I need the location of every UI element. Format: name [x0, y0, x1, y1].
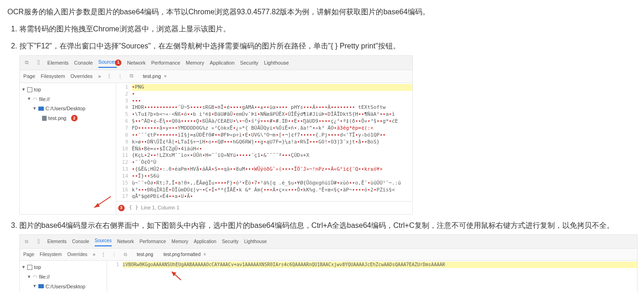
tab-memory[interactable]: Memory [186, 59, 205, 67]
cloud-icon: ◠ [33, 95, 37, 104]
folder-icon [38, 284, 44, 288]
subtab-overrides[interactable]: Overrides [67, 250, 87, 258]
tab-memory[interactable]: Memory [172, 238, 188, 245]
code-line: ••Ï}••S6ü [132, 173, 412, 180]
code-line: •\Tu‡?þ×b<~«·<Ñß•ó••b i²®‡•ĐäU#âÜ•emÙv¨Þ… [132, 111, 412, 118]
file-icon: ⧉ [122, 250, 128, 258]
code-line: IHDR•••••••••••¨Ù~5••••sRGB•®Î•é••••gAMA… [132, 104, 412, 111]
steps-list: 将需转码的图片拖拽至Chrome浏览器中，浏览器上显示该图片。 按下"F12"，… [7, 23, 637, 292]
frame-icon [27, 87, 32, 92]
code-line: •PNG [132, 84, 412, 91]
frame-icon [27, 265, 32, 270]
tab-lighthouse[interactable]: Lighthouse [264, 59, 289, 67]
close-icon[interactable]: × [164, 72, 167, 81]
tree-top[interactable]: ▼ top [22, 85, 114, 95]
sources-subtabs: Page Filesystem Overrides » ⋮ | ⧉ test.p… [20, 70, 412, 83]
cloud-icon: ◠ [33, 273, 37, 281]
open-file-tab-a[interactable]: test.png [137, 250, 155, 258]
subtab-filesystem[interactable]: Filesystem [41, 72, 65, 81]
tab-elements[interactable]: Elements [48, 238, 67, 245]
tab-lighthouse[interactable]: Lighthouse [244, 238, 267, 245]
tree-origin[interactable]: ▼◠ file:// [22, 95, 114, 104]
inspect-icon[interactable]: ⧉ [24, 238, 30, 245]
subtab-page[interactable]: Page [24, 72, 36, 81]
devtools-screenshot-2: ⧉ ⌷ Elements Console Sources Network Per… [19, 234, 638, 292]
code-line: • [132, 91, 412, 98]
code-line: qÅ°$@ëPĐí×É4••a•U•Ä• [132, 193, 412, 200]
close-icon[interactable]: × [203, 250, 206, 258]
pretty-print-button[interactable]: { } [129, 203, 138, 212]
device-icon[interactable]: ⌷ [36, 238, 42, 245]
tab-security[interactable]: Security [240, 59, 259, 67]
code-line: ËÑā•B­è­=¤•$ÏCZ@Ü•4ìäúH<• [132, 146, 412, 153]
code-line: •{&Ë&;HÛ2•:.0•éaPm•HVå•áÁÃ•S••qā••8uM•••… [132, 166, 412, 173]
open-file-tab-b[interactable]: test.png:formatted× [163, 250, 208, 258]
code-line: •¨´Ò¢Ó³Ù [132, 159, 412, 166]
code-line: k>ø••DÑ\ÜÏ¢ºÂ[•LTaI§÷¬ï­H•o••QØ•••hGQ6RW… [132, 139, 412, 146]
code-line: §••^ÂD•¢—Ê¾••Q0ã•••••Ǫ•ßÛÀà/CEAEU•\•~Ö•š… [132, 118, 412, 125]
file-icon [42, 116, 47, 121]
tab-security[interactable]: Security [222, 238, 239, 245]
step-1: 将需转码的图片拖拽至Chrome浏览器中，浏览器上显示该图片。 [19, 23, 637, 35]
code-line: ù~¯¨÷Ò∂•R­t;7,Ï•a!0+,,ËÄøǵÏu••••F}•ó²•Êǒ… [132, 180, 412, 187]
callout-marker-2: 2 [71, 115, 78, 121]
step-2: 按下"F12"，在弹出窗口中选择"Sources"，在左侧导航树中选择需要编码的… [19, 40, 637, 215]
code-line: k³•••ÐRq­ÏR1Ë•ÒÏŭmDÚ¢[v~•C•Í•**{ÏÄË•k &*… [132, 187, 412, 194]
editor-footer: 3 { } Line 1, Column 1 [116, 201, 412, 214]
code-line: {K­­çL•2••!L­ZXsM¯¨ìo×•ÚÛñ•H=¨´ïQ»NYü­••… [132, 152, 412, 159]
tab-sources[interactable]: Sources [98, 58, 117, 68]
code-line: ••• [132, 98, 412, 105]
tree-file-leaf[interactable]: test.png 2 [22, 113, 114, 123]
tab-console[interactable]: Console [72, 238, 89, 245]
tab-elements[interactable]: Elements [48, 59, 69, 67]
subtab-filesystem[interactable]: Filesystem [40, 250, 62, 258]
devtools-screenshot-1: ⧉ ⌷ Elements Console Sources 1 Network P… [19, 55, 413, 215]
tab-console[interactable]: Console [74, 59, 92, 67]
code-line: ••¨¨¨¢tP•••••••ïI§j=±ÙDÊf0#••ØFÞ«p÷ì•E•U… [132, 132, 412, 139]
tab-performance[interactable]: Performance [151, 59, 181, 67]
sources-subtabs-2: Page Filesystem Overrides » ⋮ | ⧉ test.p… [20, 249, 637, 261]
file-tree: ▼ top ▼◠ file:// ▼ C:/Users/Desktop test… [20, 83, 116, 214]
code-area-2: 1iVBORw0KGgoAAAANSUhEUgAABAAAAAOcCAYAAAC… [107, 261, 637, 292]
more-menu[interactable]: ⋮ [107, 72, 112, 81]
subtab-more-chevron[interactable]: » [93, 250, 96, 258]
tree-top[interactable]: ▼ top [22, 262, 105, 272]
devtools-tabs: ⧉ ⌷ Elements Console Sources 1 Network P… [20, 56, 412, 71]
subtab-more-chevron[interactable]: » [98, 72, 101, 81]
more-menu[interactable]: ⋮ [101, 250, 106, 258]
tab-application[interactable]: Application [210, 59, 235, 67]
file-icon: ⧉ [128, 72, 135, 81]
tree-folder[interactable]: ▼ C:/Users/Desktop [22, 104, 114, 113]
tab-application[interactable]: Application [194, 238, 217, 245]
cursor-position: Line 1, Column 1 [141, 203, 179, 212]
tab-performance[interactable]: Performance [139, 238, 166, 245]
tree-folder[interactable]: ▼ C:/Users/Desktop [22, 282, 105, 292]
device-icon[interactable]: ⌷ [36, 59, 42, 67]
intro-text: OCR服务的输入图片参数是图片的base64编码，本节以Chrome浏览器93.… [7, 6, 637, 18]
tab-network[interactable]: Network [117, 238, 134, 245]
callout-marker-3: 3 [118, 205, 125, 211]
inspect-icon[interactable]: ⧉ [24, 59, 30, 67]
open-file-tab[interactable]: test.png× [143, 72, 169, 81]
tab-network[interactable]: Network [127, 59, 145, 67]
callout-marker-1: 1 [115, 60, 121, 66]
subtab-page[interactable]: Page [24, 250, 34, 258]
code-line: iVBORw0KGgoAAAANSUhEUgAABAAAAAOcCAYAAACv… [123, 262, 637, 268]
tree-origin[interactable]: ▼◠ file:// [22, 272, 105, 282]
folder-icon [38, 107, 44, 111]
devtools-tabs-2: ⧉ ⌷ Elements Console Sources Network Per… [20, 235, 637, 249]
file-tree-2: ▼ top ▼◠ file:// ▼ C:/Users/Desktop test… [20, 261, 107, 292]
tab-sources[interactable]: Sources [95, 237, 112, 246]
code-area: 1•PNG2•3•••4IHDR•••••••••••¨Ù~5••••sRGB•… [116, 83, 412, 214]
code-line: FD•••••••â•y•••YMDDDDOG%z «²ÇòkxË•¿»*{ B… [132, 125, 412, 132]
subtab-overrides[interactable]: Overrides [71, 72, 93, 81]
step-3: 图片的base64编码显示在右侧界面中，如下图箭头中内容，选中图片的base64… [19, 219, 637, 292]
